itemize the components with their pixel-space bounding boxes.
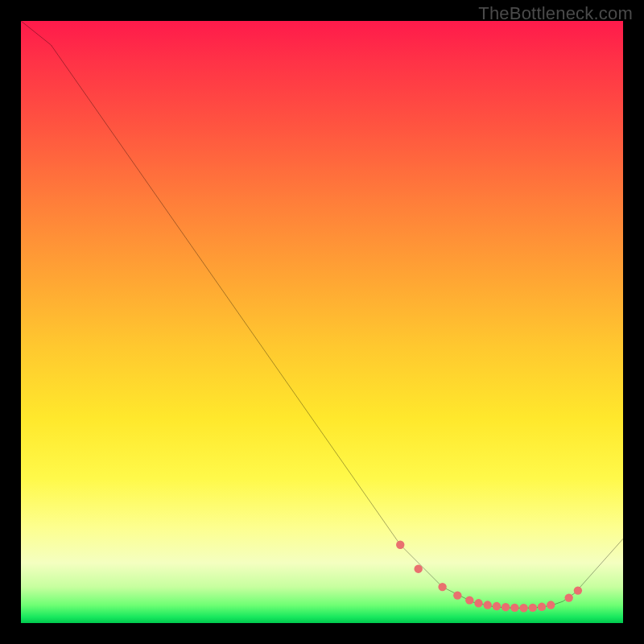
marker-group: [396, 541, 582, 613]
marker-dot: [502, 603, 510, 611]
marker-dot: [510, 604, 518, 612]
marker-dot: [519, 604, 527, 612]
marker-dot: [396, 541, 404, 549]
marker-dot: [453, 591, 461, 599]
watermark-text: TheBottleneck.com: [478, 3, 633, 24]
marker-dot: [414, 564, 422, 572]
marker-dot: [538, 603, 546, 611]
marker-dot: [547, 601, 555, 609]
marker-dot: [484, 601, 492, 609]
marker-dot: [438, 583, 446, 591]
marker-dot: [474, 599, 482, 607]
chart-svg: [21, 21, 623, 623]
plot-area: [21, 21, 623, 623]
marker-dot: [493, 602, 501, 610]
chart-frame: TheBottleneck.com: [0, 0, 644, 644]
marker-dot: [529, 604, 537, 612]
marker-dot: [574, 586, 582, 594]
marker-dot: [564, 593, 572, 601]
marker-dot: [465, 596, 473, 604]
curve-path: [21, 21, 623, 608]
